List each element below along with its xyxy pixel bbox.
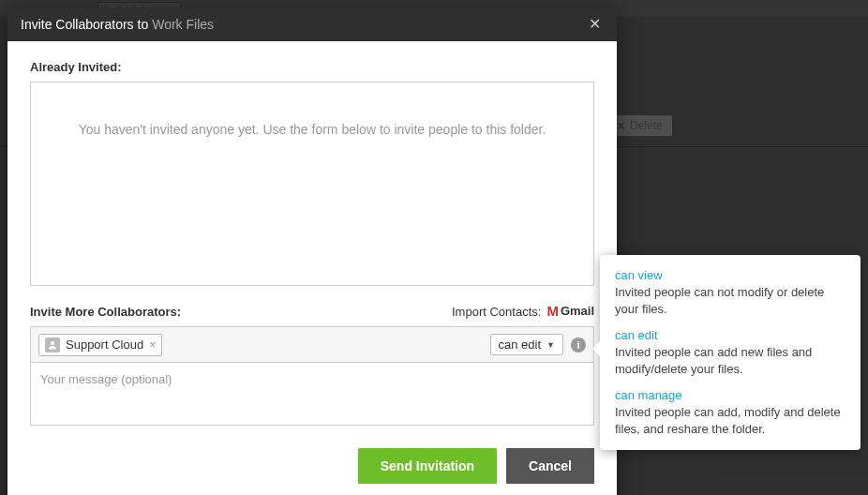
invite-more-label: Invite More Collaborators: [30,305,181,319]
invite-modal: Invite Collaborators to Work Files ✕ Alr… [7,8,617,495]
close-icon[interactable]: ✕ [585,17,604,32]
invite-more-row: Invite More Collaborators: Import Contac… [30,303,594,319]
tooltip-title: can manage [615,388,846,402]
already-invited-box: You haven't invited anyone yet. Use the … [30,82,594,286]
collaborator-input-row[interactable]: Support Cloud × can edit ▼ i [31,327,593,363]
already-invited-label: Already Invited: [30,60,594,74]
import-gmail-label: Gmail [561,304,594,318]
avatar-icon [45,338,60,352]
permissions-tooltip: can view Invited people can not modify o… [600,255,861,450]
chip-remove-icon[interactable]: × [149,338,156,352]
info-icon[interactable]: i [571,338,586,352]
permission-select[interactable]: can edit ▼ [490,334,563,355]
gmail-icon: M [546,303,559,319]
import-gmail-button[interactable]: M Gmail [546,303,594,319]
collaborator-chip: Support Cloud × [38,334,162,356]
modal-footer: Send Invitation Cancel [7,442,617,495]
modal-body: Already Invited: You haven't invited any… [7,41,617,442]
invite-fields: Support Cloud × can edit ▼ i [30,326,594,426]
collaborator-chip-label: Support Cloud [66,338,143,352]
tooltip-desc: Invited people can not modify or delete … [615,284,846,317]
tooltip-title: can view [615,268,846,282]
modal-header: Invite Collaborators to Work Files ✕ [7,8,617,41]
chevron-down-icon: ▼ [546,340,555,350]
tooltip-title: can edit [615,328,846,342]
modal-title-prefix: Invite Collaborators to [21,17,148,32]
permission-select-label: can edit [499,338,542,352]
tooltip-desc: Invited people can add, modify and delet… [615,404,846,437]
send-invitation-button[interactable]: Send Invitation [358,448,497,484]
import-contacts-label: Import Contacts: [452,305,541,319]
tooltip-desc: Invited people can add new files and mod… [615,344,846,377]
svg-point-0 [51,341,54,345]
message-textarea[interactable] [31,363,593,421]
already-invited-empty-text: You haven't invited anyone yet. Use the … [79,122,546,137]
cancel-button[interactable]: Cancel [506,448,594,484]
modal-title-folder: Work Files [152,17,214,32]
